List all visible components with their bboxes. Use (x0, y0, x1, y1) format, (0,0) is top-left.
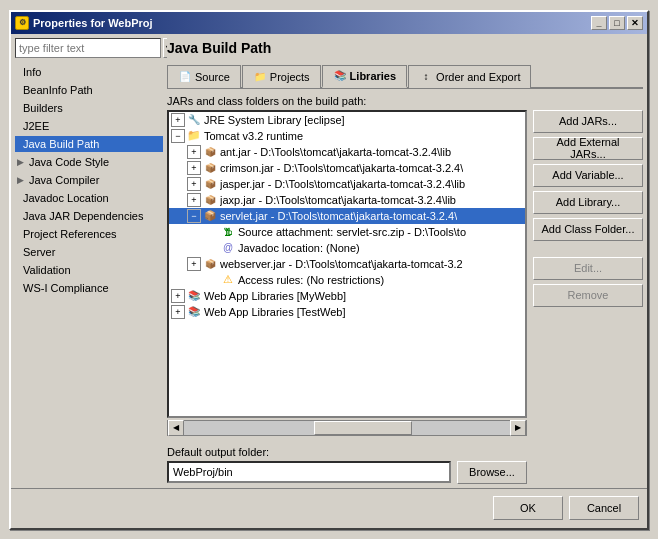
tabs: 📄 Source 📁 Projects 📚 Libraries ↕ Order … (167, 64, 643, 89)
add-library-button[interactable]: Add Library... (533, 191, 643, 214)
access-rules-text: Access rules: (No restrictions) (238, 274, 384, 286)
javadoc-loc-text: Javadoc location: (None) (238, 242, 360, 254)
properties-window: ⚙ Properties for WebProj _ □ ✕ ▼ Info Be… (9, 10, 649, 530)
libraries-tab-icon: 📚 (333, 69, 347, 83)
sidebar-item-java-build-path[interactable]: Java Build Path (15, 136, 163, 152)
window-icon: ⚙ (15, 16, 29, 30)
order-export-tab-icon: ↕ (419, 70, 433, 84)
close-button[interactable]: ✕ (627, 16, 643, 30)
source-tab-icon: 📄 (178, 70, 192, 84)
crimson-expander[interactable]: + (187, 161, 201, 175)
jre-expander[interactable]: + (171, 113, 185, 127)
tree-node-javadoc-loc[interactable]: @ Javadoc location: (None) (169, 240, 525, 256)
tree-node-tomcat[interactable]: − 📁 Tomcat v3.2 runtime (169, 128, 525, 144)
tree-node-webapp-testweb[interactable]: + 📚 Web App Libraries [TestWeb] (169, 304, 525, 320)
edit-button[interactable]: Edit... (533, 257, 643, 280)
tree-node-jre[interactable]: + 🔧 JRE System Library [eclipse] (169, 112, 525, 128)
sidebar-item-info[interactable]: Info (15, 64, 163, 80)
main-panel: Java Build Path 📄 Source 📁 Projects 📚 Li… (167, 38, 643, 484)
ant-icon: 📦 (203, 146, 217, 158)
ok-button[interactable]: OK (493, 496, 563, 520)
jasper-icon: 📦 (203, 178, 217, 190)
scroll-left-button[interactable]: ◀ (168, 420, 184, 436)
tree-node-source-attach[interactable]: 🗜 Source attachment: servlet-src.zip - D… (169, 224, 525, 240)
crimson-text: crimson.jar - D:\Tools\tomcat\jakarta-to… (220, 162, 463, 174)
cancel-button[interactable]: Cancel (569, 496, 639, 520)
scroll-track[interactable] (184, 421, 510, 435)
filter-row: ▼ (15, 38, 163, 58)
projects-tab-icon: 📁 (253, 70, 267, 84)
sidebar-item-beaninfo[interactable]: BeanInfo Path (15, 82, 163, 98)
jre-icon: 🔧 (187, 114, 201, 126)
tree-section: + 🔧 JRE System Library [eclipse] − 📁 Tom… (167, 110, 527, 484)
tab-libraries[interactable]: 📚 Libraries (322, 65, 407, 88)
tab-order-export[interactable]: ↕ Order and Export (408, 65, 531, 88)
servlet-expander[interactable]: − (187, 209, 201, 223)
filter-input[interactable] (15, 38, 161, 58)
output-section: Default output folder: (167, 442, 527, 458)
tree-node-servlet[interactable]: − 📦 servlet.jar - D:\Tools\tomcat\jakart… (169, 208, 525, 224)
minimize-button[interactable]: _ (591, 16, 607, 30)
sidebar-item-wsi[interactable]: WS-I Compliance (15, 280, 163, 296)
sidebar-item-validation[interactable]: Validation (15, 262, 163, 278)
jasper-text: jasper.jar - D:\Tools\tomcat\jakarta-tom… (220, 178, 465, 190)
tab-projects[interactable]: 📁 Projects (242, 65, 321, 88)
sidebar-item-builders[interactable]: Builders (15, 100, 163, 116)
webserver-icon: 📦 (203, 258, 217, 270)
content-area: + 🔧 JRE System Library [eclipse] − 📁 Tom… (167, 110, 643, 484)
horizontal-scrollbar[interactable]: ◀ ▶ (167, 420, 527, 436)
sidebar-item-java-jar-deps[interactable]: Java JAR Dependencies (15, 208, 163, 224)
webapp-testweb-icon: 📚 (187, 306, 201, 318)
servlet-text: servlet.jar - D:\Tools\tomcat\jakarta-to… (220, 210, 457, 222)
ant-expander[interactable]: + (187, 145, 201, 159)
jasper-expander[interactable]: + (187, 177, 201, 191)
scroll-thumb[interactable] (314, 421, 412, 435)
remove-button[interactable]: Remove (533, 284, 643, 307)
add-external-jars-button[interactable]: Add External JARs... (533, 137, 643, 160)
tab-source[interactable]: 📄 Source (167, 65, 241, 88)
sidebar-item-java-code-style[interactable]: ▶ Java Code Style (15, 154, 163, 170)
webapp-testweb-expander[interactable]: + (171, 305, 185, 319)
tree-node-jasper[interactable]: + 📦 jasper.jar - D:\Tools\tomcat\jakarta… (169, 176, 525, 192)
sidebar-item-java-compiler[interactable]: ▶ Java Compiler (15, 172, 163, 188)
jre-text: JRE System Library [eclipse] (204, 114, 345, 126)
browse-button[interactable]: Browse... (457, 461, 527, 484)
output-input-row: Browse... (167, 461, 527, 484)
action-buttons-panel: Add JARs... Add External JARs... Add Var… (533, 110, 643, 484)
tree-node-webapp-mywebbb[interactable]: + 📚 Web App Libraries [MyWebb] (169, 288, 525, 304)
window-content: ▼ Info BeanInfo Path Builders J2EE Java … (11, 34, 647, 488)
scroll-right-button[interactable]: ▶ (510, 420, 526, 436)
add-variable-button[interactable]: Add Variable... (533, 164, 643, 187)
crimson-icon: 📦 (203, 162, 217, 174)
jaxp-icon: 📦 (203, 194, 217, 206)
tree-container[interactable]: + 🔧 JRE System Library [eclipse] − 📁 Tom… (167, 110, 527, 418)
ant-text: ant.jar - D:\Tools\tomcat\jakarta-tomcat… (220, 146, 451, 158)
output-input[interactable] (167, 461, 451, 483)
expand-arrow: ▶ (17, 157, 29, 167)
javadoc-loc-icon: @ (221, 242, 235, 254)
webapp-mywebbb-text: Web App Libraries [MyWebb] (204, 290, 346, 302)
tree-node-webserver[interactable]: + 📦 webserver.jar - D:\Tools\tomcat\jaka… (169, 256, 525, 272)
tree-node-jaxp[interactable]: + 📦 jaxp.jar - D:\Tools\tomcat\jakarta-t… (169, 192, 525, 208)
sidebar-item-server[interactable]: Server (15, 244, 163, 260)
tree-node-access-rules[interactable]: ⚠ Access rules: (No restrictions) (169, 272, 525, 288)
tree-label: JARs and class folders on the build path… (167, 95, 643, 107)
maximize-button[interactable]: □ (609, 16, 625, 30)
sidebar-item-j2ee[interactable]: J2EE (15, 118, 163, 134)
add-class-folder-button[interactable]: Add Class Folder... (533, 218, 643, 241)
webserver-expander[interactable]: + (187, 257, 201, 271)
tomcat-expander[interactable]: − (171, 129, 185, 143)
window-title: Properties for WebProj (33, 17, 591, 29)
jaxp-expander[interactable]: + (187, 193, 201, 207)
source-attach-icon: 🗜 (221, 226, 235, 238)
webapp-mywebbb-expander[interactable]: + (171, 289, 185, 303)
sidebar-item-project-references[interactable]: Project References (15, 226, 163, 242)
tree-node-ant[interactable]: + 📦 ant.jar - D:\Tools\tomcat\jakarta-to… (169, 144, 525, 160)
sidebar-item-javadoc[interactable]: Javadoc Location (15, 190, 163, 206)
add-jars-button[interactable]: Add JARs... (533, 110, 643, 133)
tomcat-icon: 📁 (187, 130, 201, 142)
expand-arrow: ▶ (17, 175, 29, 185)
tree-node-crimson[interactable]: + 📦 crimson.jar - D:\Tools\tomcat\jakart… (169, 160, 525, 176)
button-spacer (533, 245, 643, 253)
webapp-testweb-text: Web App Libraries [TestWeb] (204, 306, 345, 318)
